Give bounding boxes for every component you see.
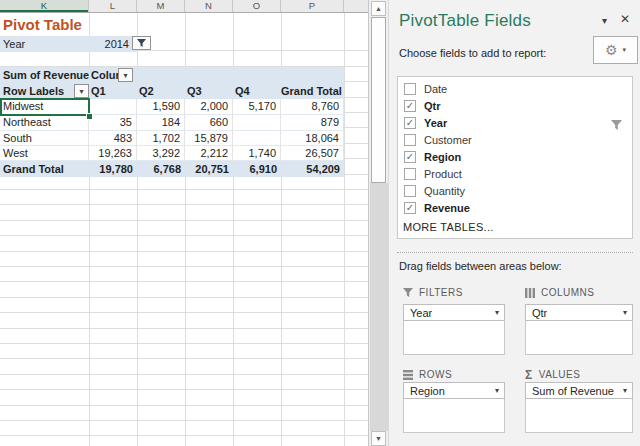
pivot-value-cell[interactable]: 8,760: [281, 99, 344, 115]
pivot-value-cell[interactable]: 26,507: [281, 146, 344, 161]
checkbox-checked[interactable]: ✓: [404, 202, 416, 214]
rows-drop-zone[interactable]: Region ▾: [403, 382, 505, 433]
field-label[interactable]: Revenue: [424, 202, 470, 214]
field-row-qtr[interactable]: ✓ Qtr: [398, 97, 632, 114]
more-tables-link[interactable]: MORE TABLES...: [403, 221, 494, 233]
field-row-quantity[interactable]: Quantity: [398, 182, 632, 199]
checkbox-checked[interactable]: ✓: [404, 100, 416, 112]
checkbox-unchecked[interactable]: [404, 185, 416, 197]
field-label[interactable]: Qtr: [424, 100, 441, 112]
pane-collapse-button[interactable]: ▾: [602, 15, 607, 26]
columns-drop-zone[interactable]: Qtr ▾: [525, 304, 633, 355]
pivot-row-label[interactable]: South: [0, 131, 89, 146]
pivot-value-cell[interactable]: [89, 99, 137, 115]
chevron-down-icon[interactable]: ▾: [623, 308, 632, 317]
vertical-scrollbar[interactable]: ▲ ▼: [368, 0, 388, 446]
scrollbar-thumb[interactable]: [371, 17, 386, 183]
pivot-value-cell[interactable]: 19,263: [89, 146, 137, 161]
field-row-region[interactable]: ✓ Region: [398, 148, 632, 165]
pivot-value-cell[interactable]: [233, 131, 281, 146]
pivot-value-cell[interactable]: 2,212: [185, 146, 233, 161]
column-header-K[interactable]: K: [0, 0, 89, 12]
column-header-N[interactable]: N: [185, 0, 233, 12]
pivot-grand-total-cell[interactable]: 19,780: [89, 161, 137, 177]
scroll-up-button[interactable]: ▲: [371, 1, 386, 16]
row-labels-dropdown-button[interactable]: ▾: [74, 84, 89, 98]
field-label[interactable]: Region: [424, 151, 461, 163]
rows-area-label: ROWS: [403, 369, 452, 380]
field-chip-year[interactable]: Year ▾: [403, 304, 505, 321]
fill-handle[interactable]: [86, 113, 93, 120]
chevron-down-icon: ▾: [123, 71, 127, 80]
filters-drop-zone[interactable]: Year ▾: [403, 304, 505, 355]
filter-value-cell[interactable]: 2014: [89, 36, 137, 52]
chevron-down-icon[interactable]: ▾: [495, 386, 504, 395]
pivot-col-header[interactable]: Q3: [185, 83, 233, 99]
field-row-year[interactable]: ✓ Year: [398, 114, 632, 131]
pivot-value-cell[interactable]: 15,879: [185, 131, 233, 146]
sigma-icon: Σ: [525, 370, 533, 380]
field-row-date[interactable]: Date: [398, 80, 632, 97]
chevron-down-icon: ▾: [623, 46, 627, 54]
field-label[interactable]: Customer: [424, 134, 472, 146]
values-drop-zone[interactable]: Sum of Revenue ▾: [525, 382, 633, 433]
column-labels-dropdown-button[interactable]: ▾: [118, 68, 133, 82]
field-label[interactable]: Quantity: [424, 185, 465, 197]
pivot-grand-total-cell[interactable]: 20,751: [185, 161, 233, 177]
column-header-M[interactable]: M: [137, 0, 185, 12]
field-label[interactable]: Date: [424, 83, 447, 95]
pivot-col-header[interactable]: Q2: [137, 83, 185, 99]
pivot-row-label[interactable]: Northeast: [0, 115, 89, 131]
pivot-value-cell[interactable]: 18,064: [281, 131, 344, 146]
checkbox-unchecked[interactable]: [404, 134, 416, 146]
column-header-P[interactable]: P: [281, 0, 344, 12]
chevron-down-icon[interactable]: ▾: [623, 386, 632, 395]
pivot-col-header[interactable]: Q4: [233, 83, 281, 99]
field-row-product[interactable]: Product: [398, 165, 632, 182]
chevron-down-icon[interactable]: ▾: [495, 308, 504, 317]
checkbox-checked[interactable]: ✓: [404, 117, 416, 129]
pivot-grand-total-label[interactable]: Grand Total: [0, 161, 89, 177]
pivot-value-cell[interactable]: 5,170: [233, 99, 281, 115]
pivot-value-cell[interactable]: 3,292: [137, 146, 185, 161]
funnel-icon: [403, 288, 413, 298]
filter-label-cell[interactable]: Year: [0, 36, 89, 52]
checkbox-checked[interactable]: ✓: [404, 151, 416, 163]
column-header-L[interactable]: L: [89, 0, 137, 12]
column-header-O[interactable]: O: [233, 0, 281, 12]
checkbox-unchecked[interactable]: [404, 83, 416, 95]
field-row-customer[interactable]: Customer: [398, 131, 632, 148]
pivot-value-cell[interactable]: 184: [137, 115, 185, 131]
pivot-grand-total-cell[interactable]: 6,768: [137, 161, 185, 177]
field-chip-sum-of-revenue[interactable]: Sum of Revenue ▾: [525, 382, 633, 399]
sheet-title-cell[interactable]: Pivot Table: [3, 13, 82, 36]
pivot-value-cell[interactable]: 2,000: [185, 99, 233, 115]
pivot-col-header-grand-total[interactable]: Grand Total: [281, 83, 344, 99]
tools-button[interactable]: ⚙ ▾: [593, 36, 638, 64]
pane-close-button[interactable]: ✕: [620, 12, 630, 26]
field-row-revenue[interactable]: ✓ Revenue: [398, 199, 632, 216]
field-chip-qtr[interactable]: Qtr ▾: [525, 304, 633, 321]
pivot-value-cell[interactable]: 1,740: [233, 146, 281, 161]
pivot-col-header[interactable]: Q1: [89, 83, 137, 99]
report-filter-button[interactable]: [132, 36, 151, 50]
pivot-value-cell[interactable]: 879: [281, 115, 344, 131]
pivot-value-cell[interactable]: 660: [185, 115, 233, 131]
pivot-row-label[interactable]: West: [0, 146, 89, 161]
values-caption-cell[interactable]: Sum of Revenue: [0, 67, 89, 83]
pivot-value-cell[interactable]: 483: [89, 131, 137, 146]
pivot-value-cell[interactable]: 1,590: [137, 99, 185, 115]
pivot-value-cell[interactable]: 1,702: [137, 131, 185, 146]
checkbox-unchecked[interactable]: [404, 168, 416, 180]
pivot-grand-total-cell[interactable]: 54,209: [281, 161, 344, 177]
pivot-value-cell[interactable]: 35: [89, 115, 137, 131]
field-chip-region[interactable]: Region ▾: [403, 382, 505, 399]
pivot-grand-total-cell[interactable]: 6,910: [233, 161, 281, 177]
worksheet-grid: K L M N O P Pivot Table Year 2014 Sum of…: [0, 0, 368, 446]
scroll-down-button[interactable]: ▼: [371, 431, 386, 446]
field-label[interactable]: Product: [424, 168, 462, 180]
pivot-value-cell[interactable]: [233, 115, 281, 131]
active-cell-selection[interactable]: [0, 98, 90, 116]
field-label[interactable]: Year: [424, 117, 447, 129]
scrollbar-track[interactable]: [370, 183, 388, 431]
